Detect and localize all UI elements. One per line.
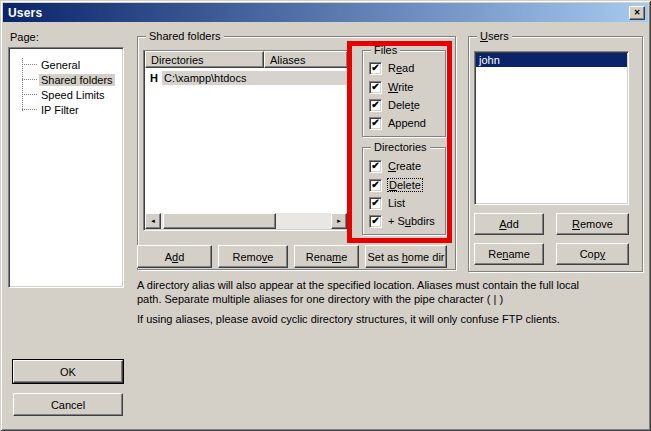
check-icon: ✔ bbox=[371, 180, 379, 190]
files-group-label: Files bbox=[371, 43, 400, 57]
check-icon: ✔ bbox=[371, 63, 379, 73]
users-group-label: Users bbox=[477, 29, 512, 43]
tree-branch-icon bbox=[22, 94, 37, 95]
set-as-home-dir-button[interactable]: Set as home dir bbox=[365, 245, 447, 268]
page-item-label: IP Filter bbox=[39, 104, 81, 116]
rename-user-button[interactable]: Rename bbox=[474, 243, 544, 265]
alias-note-line2: path. Separate multiple aliases for one … bbox=[137, 293, 503, 305]
window-title: Users bbox=[8, 6, 42, 20]
users-list: john bbox=[474, 51, 629, 205]
rename-directory-label: Rename bbox=[306, 251, 348, 263]
checkbox-row-read[interactable]: ✔ Read bbox=[369, 61, 414, 75]
page-item-label: General bbox=[39, 59, 82, 71]
scroll-right-icon: ► bbox=[336, 218, 342, 224]
page-item-label: Shared folders bbox=[39, 74, 115, 86]
create-checkbox[interactable]: ✔ bbox=[369, 160, 382, 173]
copy-user-label: Copy bbox=[580, 248, 606, 260]
tree-branch-icon bbox=[22, 79, 37, 80]
remove-directory-button[interactable]: Remove bbox=[218, 245, 288, 268]
tree-branch-icon bbox=[22, 64, 37, 65]
check-icon: ✔ bbox=[371, 100, 379, 110]
scroll-left-icon: ◄ bbox=[150, 218, 156, 224]
rename-user-label: Rename bbox=[488, 248, 530, 260]
directories-group-label: Directories bbox=[371, 140, 430, 154]
remove-user-button[interactable]: Remove bbox=[556, 213, 629, 235]
copy-user-button[interactable]: Copy bbox=[556, 243, 629, 265]
checkbox-row-delete-dir[interactable]: ✔ Delete bbox=[369, 178, 422, 192]
subdirs-label: + Subdirs bbox=[388, 215, 435, 227]
write-label: Write bbox=[388, 81, 413, 93]
check-icon: ✔ bbox=[371, 198, 379, 208]
subdirs-checkbox[interactable]: ✔ bbox=[369, 215, 382, 228]
column-header-directories[interactable]: Directories bbox=[145, 51, 264, 68]
cancel-label: Cancel bbox=[51, 399, 85, 411]
add-directory-label: Add bbox=[165, 251, 185, 263]
remove-user-label: Remove bbox=[572, 218, 613, 230]
shared-folders-group-label: Shared folders bbox=[146, 29, 224, 43]
user-name: john bbox=[479, 54, 500, 66]
delete-file-checkbox[interactable]: ✔ bbox=[369, 99, 382, 112]
cancel-button[interactable]: Cancel bbox=[13, 393, 123, 416]
scrollbar-thumb[interactable] bbox=[163, 213, 276, 229]
close-icon: ✕ bbox=[634, 9, 641, 17]
column-header-label: Aliases bbox=[270, 54, 305, 66]
check-icon: ✔ bbox=[371, 161, 379, 171]
checkbox-row-create[interactable]: ✔ Create bbox=[369, 159, 421, 173]
horizontal-scrollbar[interactable]: ◄ ► bbox=[145, 213, 347, 229]
append-label: Append bbox=[388, 117, 426, 129]
list-checkbox[interactable]: ✔ bbox=[369, 197, 382, 210]
checkbox-row-list[interactable]: ✔ List bbox=[369, 196, 405, 210]
list-label: List bbox=[388, 197, 405, 209]
check-icon: ✔ bbox=[371, 216, 379, 226]
directory-path: C:\xampp\htdocs bbox=[162, 71, 348, 85]
page-item-general[interactable]: General bbox=[9, 57, 123, 72]
tree-branch-icon bbox=[22, 109, 37, 110]
page-label: Page: bbox=[10, 31, 39, 43]
scrollbar-track[interactable] bbox=[276, 213, 331, 229]
checkbox-row-delete-file[interactable]: ✔ Delete bbox=[369, 98, 420, 112]
append-checkbox[interactable]: ✔ bbox=[369, 117, 382, 130]
directories-listview: Directories Aliases H C:\xampp\htdocs ◄ … bbox=[143, 50, 349, 231]
page-item-ip-filter[interactable]: IP Filter bbox=[9, 102, 123, 117]
create-label: Create bbox=[388, 160, 421, 172]
page-item-shared-folders[interactable]: Shared folders bbox=[9, 72, 123, 87]
close-button[interactable]: ✕ bbox=[629, 6, 645, 20]
page-item-label: Speed Limits bbox=[39, 89, 107, 101]
checkbox-row-subdirs[interactable]: ✔ + Subdirs bbox=[369, 214, 435, 228]
page-list: General Shared folders Speed Limits IP F… bbox=[8, 47, 124, 288]
read-label: Read bbox=[388, 62, 414, 74]
directory-row[interactable]: H C:\xampp\htdocs bbox=[144, 70, 348, 86]
add-directory-button[interactable]: Add bbox=[137, 245, 212, 268]
delete-file-label: Delete bbox=[388, 99, 420, 111]
delete-dir-label: Delete bbox=[387, 178, 423, 192]
check-icon: ✔ bbox=[371, 118, 379, 128]
add-user-label: Add bbox=[499, 218, 519, 230]
set-as-home-dir-label: Set as home dir bbox=[367, 251, 444, 263]
check-icon: ✔ bbox=[371, 82, 379, 92]
alias-note-line1: A directory alias will also appear at th… bbox=[137, 279, 579, 291]
read-checkbox[interactable]: ✔ bbox=[369, 62, 382, 75]
ok-label: OK bbox=[60, 366, 76, 378]
rename-directory-button[interactable]: Rename bbox=[294, 245, 359, 268]
user-row-john[interactable]: john bbox=[476, 53, 627, 67]
remove-directory-label: Remove bbox=[233, 251, 274, 263]
checkbox-row-append[interactable]: ✔ Append bbox=[369, 116, 426, 130]
write-checkbox[interactable]: ✔ bbox=[369, 81, 382, 94]
scroll-left-button[interactable]: ◄ bbox=[145, 213, 161, 229]
users-dialog: { "colors": { "titlebar_gradient_start":… bbox=[0, 0, 651, 431]
add-user-button[interactable]: Add bbox=[474, 213, 544, 235]
page-item-speed-limits[interactable]: Speed Limits bbox=[9, 87, 123, 102]
delete-dir-checkbox[interactable]: ✔ bbox=[369, 179, 382, 192]
scroll-right-button[interactable]: ► bbox=[331, 213, 347, 229]
cyclic-note: If using aliases, please avoid cyclic di… bbox=[137, 313, 560, 325]
home-directory-marker: H bbox=[144, 72, 162, 84]
title-bar[interactable]: Users ✕ bbox=[3, 3, 648, 22]
column-header-aliases[interactable]: Aliases bbox=[264, 51, 348, 68]
ok-button[interactable]: OK bbox=[13, 360, 123, 383]
checkbox-row-write[interactable]: ✔ Write bbox=[369, 80, 413, 94]
column-header-label: Directories bbox=[151, 54, 204, 66]
